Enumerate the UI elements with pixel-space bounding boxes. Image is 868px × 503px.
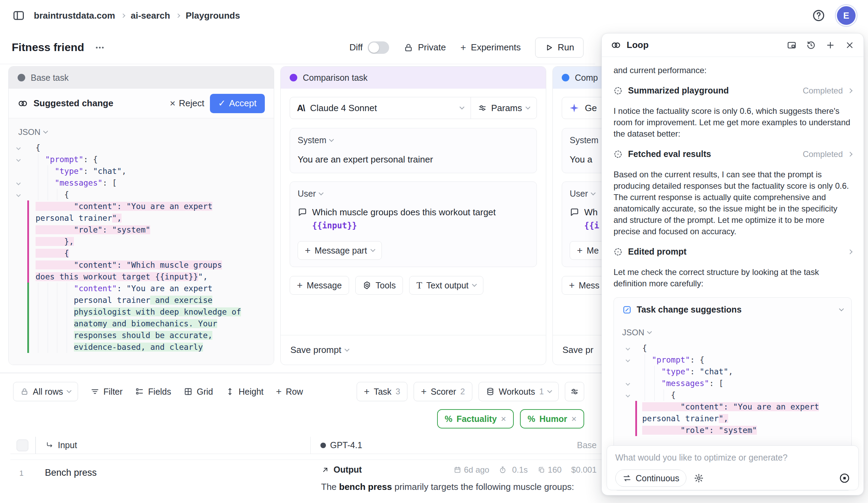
- base-task-header: Base task: [9, 67, 274, 89]
- breadcrumb-org[interactable]: braintrustdata.com: [34, 10, 115, 21]
- help-icon[interactable]: [812, 9, 825, 22]
- remove-icon[interactable]: ×: [571, 414, 577, 424]
- avatar[interactable]: E: [837, 6, 856, 25]
- comparison-task-header: Comparison task: [281, 67, 546, 89]
- grid-settings-button[interactable]: [565, 382, 584, 401]
- loop-icon: [611, 40, 621, 50]
- scorer-chip-humor[interactable]: % Humor ×: [520, 409, 584, 428]
- filter-button[interactable]: Filter: [90, 387, 123, 397]
- history-icon[interactable]: [806, 40, 816, 50]
- code-line: personal trainer",: [622, 413, 843, 424]
- chevron-down-icon: [839, 306, 844, 311]
- add-row-button[interactable]: + Row: [276, 387, 303, 397]
- corner-down-right-icon: [46, 441, 54, 450]
- diff-toggle[interactable]: [368, 41, 389, 54]
- accept-button[interactable]: ✓ Accept: [210, 94, 265, 113]
- loop-paragraph: Based on the current results, I can see …: [614, 169, 852, 237]
- user-message-text[interactable]: Which muscle groups does this workout ta…: [312, 206, 529, 232]
- base-json-editor[interactable]: JSON { "prompt": { "type": "chat", "mess…: [9, 118, 274, 365]
- breadcrumb-project[interactable]: ai-search: [131, 10, 170, 21]
- grid-view-button[interactable]: Grid: [184, 387, 213, 397]
- code-line: "role": "system": [9, 224, 274, 236]
- code-line: "type": "chat",: [9, 165, 274, 177]
- user-message-text-2[interactable]: Wh {{i: [584, 206, 599, 232]
- format-dropdown[interactable]: JSON: [622, 324, 843, 342]
- chevron-down-icon: [66, 388, 71, 393]
- loop-input-card: What would you like to optimize or gener…: [607, 445, 859, 490]
- text-output-button[interactable]: T Text output: [409, 276, 483, 295]
- loop-step-edited[interactable]: Edited prompt: [614, 247, 852, 257]
- chevron-right-icon: [848, 151, 852, 156]
- loop-panel-title: Loop: [627, 40, 649, 50]
- sidebar-toggle-icon[interactable]: [12, 9, 25, 22]
- message-bubble-icon: [298, 207, 307, 232]
- params-button[interactable]: Params: [471, 97, 537, 119]
- base-json-diff: { "prompt": { "type": "chat", "messages"…: [9, 142, 274, 353]
- breadcrumb-section[interactable]: Playgrounds: [186, 10, 240, 21]
- task-change-suggestions-header[interactable]: Task change suggestions: [622, 305, 843, 315]
- reject-button[interactable]: × Reject: [170, 98, 204, 109]
- plus-icon: +: [305, 246, 310, 255]
- top-bar: braintrustdata.com ai-search Playgrounds…: [0, 0, 868, 31]
- save-prompt-dropdown[interactable]: Save prompt: [281, 335, 546, 365]
- run-button[interactable]: Run: [535, 38, 584, 58]
- chevron-down-icon: [319, 190, 324, 195]
- stop-voice-icon[interactable]: [839, 473, 850, 484]
- chevron-down-icon: [345, 347, 349, 352]
- close-icon[interactable]: [845, 40, 855, 50]
- scorer-chip-factuality[interactable]: % Factuality ×: [437, 409, 514, 428]
- code-line: responses should be accurate,: [9, 329, 274, 341]
- sliders-icon: [478, 103, 487, 112]
- add-message-part-button[interactable]: + Message part: [298, 241, 382, 260]
- loop-icon: [18, 98, 28, 109]
- chevron-down-icon: [525, 105, 530, 109]
- gear-icon[interactable]: [694, 473, 704, 483]
- playground-header: Fitness friend Diff Private + Experiment…: [0, 31, 595, 64]
- check-icon: ✓: [218, 98, 226, 109]
- plus-icon: +: [569, 280, 575, 290]
- remove-icon[interactable]: ×: [501, 414, 506, 424]
- loop-paragraph: I notice the factuality score is only 0.…: [614, 105, 852, 139]
- column-header-input[interactable]: Input: [36, 440, 310, 450]
- loop-paragraph: Let me check the correct structure by lo…: [614, 266, 852, 289]
- row-height-button[interactable]: Height: [225, 387, 263, 397]
- loop-input[interactable]: What would you like to optimize or gener…: [615, 453, 850, 463]
- chevron-down-icon: [329, 137, 334, 142]
- code-line: {: [9, 142, 274, 154]
- dataset-dropdown[interactable]: Workouts 1: [479, 382, 559, 401]
- loop-step-fetched[interactable]: Fetched eval results Completed: [614, 149, 852, 159]
- chevron-down-icon: [591, 190, 596, 195]
- model-select[interactable]: A\ Claude 4 Sonnet: [290, 97, 471, 119]
- tokens-icon: [538, 466, 545, 474]
- popout-icon[interactable]: [787, 40, 797, 50]
- row-input-cell[interactable]: Bench press: [45, 467, 97, 478]
- add-task-button[interactable]: + Task 3: [357, 382, 407, 401]
- format-dropdown[interactable]: JSON: [9, 123, 274, 142]
- loop-step-summarized[interactable]: Summarized playground Completed: [614, 86, 852, 96]
- filter-icon: [90, 387, 99, 396]
- all-rows-dropdown[interactable]: All rows: [13, 382, 78, 401]
- continuous-mode-button[interactable]: Continuous: [615, 470, 686, 487]
- fields-button[interactable]: Fields: [135, 387, 171, 397]
- add-message-button[interactable]: + Message: [290, 276, 349, 295]
- table-row[interactable]: 1 Bench press Output 6d ago 0.1s 160: [10, 460, 601, 497]
- experiments-button[interactable]: + Experiments: [460, 42, 521, 53]
- system-role-dropdown[interactable]: System: [298, 135, 529, 145]
- play-icon: [544, 43, 553, 52]
- tools-button[interactable]: Tools: [355, 276, 403, 295]
- chevron-down-icon: [370, 247, 375, 252]
- add-scorer-button[interactable]: + Scorer 2: [414, 382, 472, 401]
- system-message-text[interactable]: You are an expert personal trainer: [298, 153, 529, 166]
- code-line: "prompt": {: [9, 154, 274, 165]
- add-message-part-button-2[interactable]: + Me: [570, 241, 606, 260]
- row-output-cell[interactable]: Output 6d ago 0.1s 160 $0.001 The bench …: [321, 465, 597, 493]
- grid-toolbar: All rows Filter Fields Grid Height + Row…: [13, 382, 584, 402]
- new-session-icon[interactable]: [826, 40, 835, 50]
- select-all-checkbox[interactable]: [17, 440, 28, 451]
- stopwatch-icon: [499, 466, 507, 474]
- user-role-dropdown[interactable]: User: [298, 189, 529, 199]
- column-header-model[interactable]: GPT-4.1 Base: [311, 440, 601, 450]
- add-message-button-2[interactable]: + Mess: [562, 276, 607, 295]
- more-options-icon[interactable]: [95, 42, 105, 53]
- private-button[interactable]: Private: [404, 42, 446, 53]
